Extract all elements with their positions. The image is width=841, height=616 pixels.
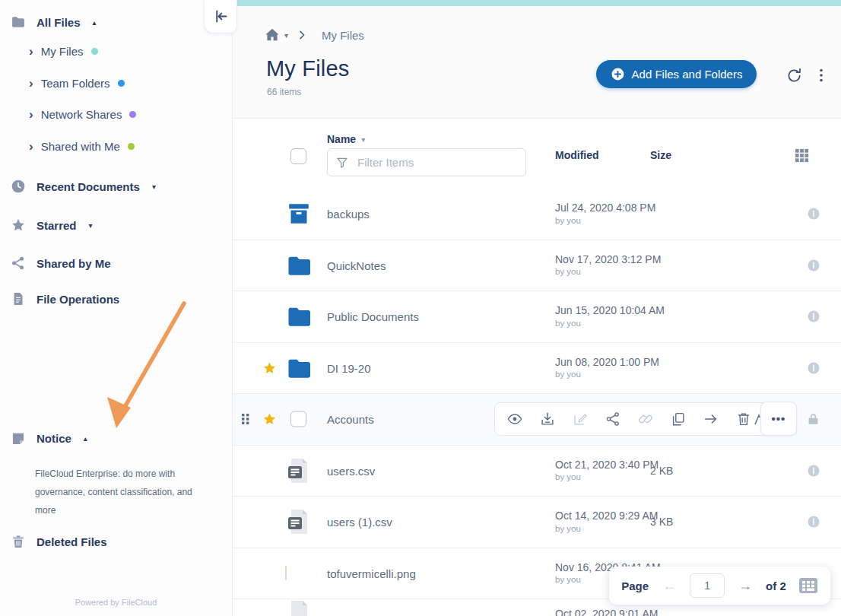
prev-page-button[interactable]: ←: [661, 578, 678, 594]
move-button[interactable]: [701, 409, 721, 429]
sidebar-collapse-button[interactable]: [204, 0, 237, 33]
star-favorite-icon[interactable]: [262, 412, 277, 427]
modified-by: by you: [555, 369, 659, 379]
file-row-users-1-csv[interactable]: users (1).csv Oct 14, 2020 9:29 AM by yo…: [233, 497, 841, 548]
file-row-quicknotes[interactable]: QuickNotes Nov 17, 2020 3:12 PM by you: [233, 240, 841, 292]
column-header-size[interactable]: Size: [650, 149, 671, 161]
link-button[interactable]: [636, 409, 655, 429]
refresh-button[interactable]: [782, 64, 806, 87]
share-button[interactable]: [603, 409, 623, 429]
sidebar-item-label: All Files: [36, 16, 81, 29]
info-button[interactable]: [807, 259, 820, 272]
sidebar-item-shared-by-me[interactable]: Shared by Me: [11, 256, 111, 271]
file-name[interactable]: QuickNotes: [327, 259, 386, 271]
sidebar-item-deleted-files[interactable]: Deleted Files: [11, 534, 107, 549]
row-checkbox[interactable]: [290, 411, 306, 427]
share-icon: [605, 411, 621, 427]
sidebar-item-notice[interactable]: Notice ▴: [11, 430, 87, 446]
file-row-di-19-20[interactable]: DI 19-20 Jun 08, 2020 1:00 PM by you: [233, 343, 841, 395]
modified-cell: Oct 02, 2020 9:01 AM: [555, 608, 658, 616]
trash-icon: [735, 411, 752, 427]
modified-date: Nov 17, 2020 3:12 PM: [555, 253, 661, 267]
info-icon: [807, 361, 820, 375]
page-number-input[interactable]: [690, 573, 725, 598]
sidebar-item-file-operations[interactable]: File Operations: [11, 291, 119, 306]
modified-by: by you: [555, 318, 665, 329]
modified-cell: Oct 14, 2020 9:29 AM by you: [555, 510, 658, 534]
modified-cell: Nov 17, 2020 3:12 PM by you: [555, 253, 661, 278]
file-name[interactable]: backups: [327, 208, 370, 221]
info-icon: [807, 259, 820, 272]
delete-button[interactable]: [734, 409, 754, 429]
file-name[interactable]: DI 19-20: [327, 361, 371, 374]
sidebar-item-team-folders[interactable]: › Team Folders: [29, 77, 125, 90]
table-header: Name ▾ Modified Size: [233, 118, 841, 189]
column-header-name[interactable]: Name ▾: [327, 133, 365, 145]
plus-circle-icon: [611, 67, 625, 81]
filter-input[interactable]: [356, 155, 518, 170]
modified-by: by you: [555, 266, 661, 277]
trash-icon: [11, 534, 26, 549]
modified-date: Jun 15, 2020 10:04 AM: [555, 304, 665, 318]
info-button[interactable]: [807, 207, 820, 221]
modified-date: Oct 21, 2020 3:40 PM: [555, 459, 659, 472]
more-options-button[interactable]: [810, 64, 833, 87]
edit-button[interactable]: [570, 409, 590, 429]
share-icon: [11, 256, 26, 271]
download-button[interactable]: [538, 409, 557, 429]
modified-date: Jun 08, 2020 1:00 PM: [555, 356, 659, 370]
preview-button[interactable]: [505, 409, 525, 429]
star-favorite-icon[interactable]: [262, 360, 277, 375]
sidebar: All Files ▴ › My Files › Team Folders › …: [0, 0, 233, 616]
add-files-button[interactable]: Add Files and Folders: [596, 60, 757, 88]
sidebar-item-recent-documents[interactable]: Recent Documents ▾: [11, 179, 156, 194]
next-page-button[interactable]: →: [737, 578, 754, 594]
modified-by: by you: [555, 523, 658, 534]
sidebar-item-all-files[interactable]: All Files ▴: [11, 14, 97, 30]
file-size: 3 KB: [650, 516, 673, 528]
download-icon: [539, 411, 556, 427]
sidebar-item-network-shares[interactable]: › Network Shares: [29, 108, 136, 121]
column-header-modified[interactable]: Modified: [555, 149, 599, 161]
select-all-checkbox[interactable]: [290, 148, 306, 164]
image-thumbnail: [285, 567, 287, 580]
file-name[interactable]: tofuvermicelli.png: [327, 567, 416, 579]
page-jump-grid-button[interactable]: [798, 576, 818, 595]
folder-icon: [11, 14, 26, 30]
info-button[interactable]: [807, 361, 820, 375]
info-button[interactable]: [807, 310, 820, 323]
sidebar-item-shared-with-me[interactable]: › Shared with Me: [29, 140, 135, 153]
file-row-users-csv[interactable]: users.csv Oct 21, 2020 3:40 PM by you 2 …: [233, 446, 841, 497]
file-row-accounts[interactable]: Accounts: [233, 394, 841, 446]
keypad-grid-icon: [798, 576, 818, 595]
sidebar-item-label: Starred: [36, 219, 77, 232]
file-name[interactable]: Public Documents: [327, 310, 419, 323]
modified-date: Jul 24, 2020 4:08 PM: [555, 202, 655, 215]
grid-view-icon: [793, 147, 811, 164]
file-row-public-documents[interactable]: Public Documents Jun 15, 2020 10:04 AM b…: [233, 291, 841, 343]
file-icon: [285, 599, 313, 616]
file-name[interactable]: Accounts: [327, 413, 374, 426]
sidebar-item-label: Deleted Files: [36, 535, 107, 548]
info-button[interactable]: [807, 515, 820, 529]
drag-handle-icon[interactable]: [241, 413, 250, 425]
sidebar-item-starred[interactable]: Starred ▾: [11, 218, 93, 233]
home-breadcrumb-button[interactable]: ▾: [264, 27, 288, 43]
copy-button[interactable]: [668, 409, 688, 429]
edit-icon: [572, 411, 589, 427]
modified-date: Oct 02, 2020 9:01 AM: [555, 608, 658, 616]
sidebar-subitem-label: Network Shares: [41, 108, 122, 121]
file-row-backups[interactable]: backups Jul 24, 2020 4:08 PM by you: [233, 189, 841, 240]
breadcrumb-current[interactable]: My Files: [322, 29, 364, 42]
copy-icon: [670, 411, 687, 427]
modified-cell: Jul 24, 2020 4:08 PM by you: [555, 202, 655, 226]
sidebar-item-my-files[interactable]: › My Files: [29, 45, 98, 58]
row-more-actions-button[interactable]: •••: [760, 402, 797, 436]
folder-icon: [285, 354, 313, 382]
file-name[interactable]: users.csv: [327, 464, 375, 477]
file-name[interactable]: users (1).csv: [327, 516, 392, 529]
grid-view-button[interactable]: [792, 145, 812, 166]
info-icon: [807, 207, 820, 221]
filter-input-wrapper: [327, 148, 526, 176]
info-button[interactable]: [807, 464, 820, 478]
